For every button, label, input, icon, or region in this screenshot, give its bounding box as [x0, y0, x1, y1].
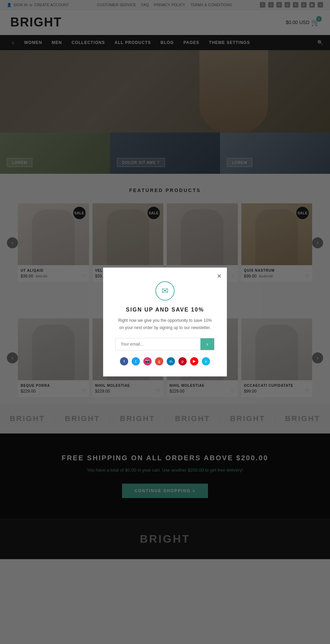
modal-social-facebook[interactable]: f	[120, 357, 128, 365]
modal-social-linkedin[interactable]: in	[167, 357, 175, 365]
modal-email-input[interactable]	[116, 338, 200, 350]
modal-text: Right now we give you the opportunity to…	[116, 317, 214, 331]
modal-socials: f t 📷 g in p ▶ v	[116, 357, 214, 365]
modal-social-youtube[interactable]: ▶	[190, 357, 198, 365]
modal-social-twitter[interactable]: t	[132, 357, 140, 365]
modal-social-instagram[interactable]: 📷	[143, 357, 152, 365]
modal-close-button[interactable]: ×	[217, 272, 221, 280]
newsletter-modal: × ✉ SIGN UP AND SAVE 10% Right now we gi…	[103, 268, 227, 376]
modal-social-vimeo[interactable]: v	[202, 357, 210, 365]
modal-social-pinterest[interactable]: p	[178, 357, 187, 365]
modal-email-icon: ✉	[155, 281, 175, 301]
modal-submit-button[interactable]: ›	[200, 338, 214, 350]
modal-email-row: ›	[116, 338, 214, 350]
modal-title: SIGN UP AND SAVE 10%	[116, 307, 214, 313]
modal-social-googleplus[interactable]: g	[155, 357, 163, 365]
modal-overlay[interactable]: × ✉ SIGN UP AND SAVE 10% Right now we gi…	[0, 0, 330, 559]
